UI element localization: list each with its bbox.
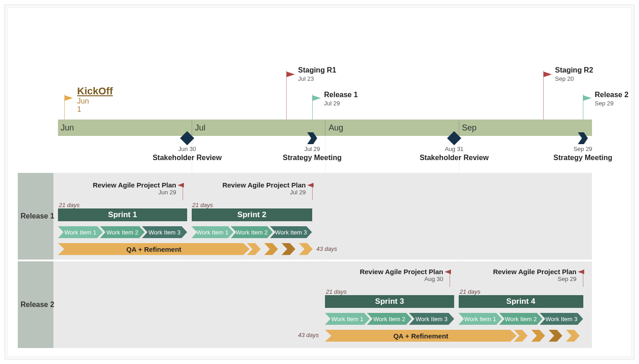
chart-canvas: Jun Jul Aug Sep KickOff Jun 1 Staging R1…: [7, 7, 632, 357]
work-item[interactable]: Work Item 1: [325, 313, 370, 325]
sprint-3-bar[interactable]: Sprint 3: [325, 295, 454, 308]
review-title: Review Agile Project Plan: [360, 268, 443, 276]
milestone-strategy-jul[interactable]: [307, 132, 317, 144]
sprint-1-days: 21 days: [59, 202, 80, 208]
sprint-1-bar[interactable]: Sprint 1: [58, 208, 187, 221]
flag-date: Sep 29: [595, 100, 613, 107]
milestone-label: Stakeholder Review: [409, 154, 500, 162]
sprint-3-days: 21 days: [326, 288, 347, 295]
work-item[interactable]: Work Item 2: [499, 313, 543, 325]
flag-icon: [313, 95, 321, 101]
flag-title: Release 1: [324, 91, 358, 99]
sprint-4-bar[interactable]: Sprint 4: [459, 295, 583, 308]
milestone-label: Strategy Meeting: [267, 154, 358, 162]
flag-title: Staging R2: [555, 66, 593, 74]
sprint-2-bar[interactable]: Sprint 2: [192, 208, 313, 221]
work-item[interactable]: Work Item 3: [270, 226, 312, 238]
flag-date: Jul 23: [298, 75, 314, 82]
qa-1-days: 43 days: [316, 245, 337, 252]
work-item[interactable]: Work Item 3: [142, 226, 187, 238]
milestone-label: Strategy Meeting: [537, 154, 629, 162]
flag-title: Staging R1: [298, 66, 336, 74]
flag-icon: [287, 72, 295, 77]
work-item[interactable]: Work Item 3: [540, 313, 583, 325]
milestone-date: Jul 29: [276, 146, 349, 152]
work-item[interactable]: Work Item 2: [231, 226, 273, 238]
flag-title: Release 2: [595, 91, 629, 99]
sprint-4-items: Work Item 1 Work Item 2 Work Item 3: [459, 313, 583, 325]
review-title: Review Agile Project Plan: [222, 181, 306, 189]
review-date: Jul 29: [222, 189, 306, 196]
month-sep: Sep: [462, 123, 477, 133]
work-item[interactable]: Work Item 2: [100, 226, 145, 238]
flag-date: Sep 20: [555, 75, 574, 82]
sprint-1-items: Work Item 1 Work Item 2 Work Item 3: [58, 226, 187, 238]
sprint-2-items: Work Item 1 Work Item 2 Work Item 3: [192, 226, 313, 238]
flag-title: KickOff: [77, 85, 113, 97]
lane-title-2: Release 2: [21, 301, 54, 309]
work-item[interactable]: Work Item 1: [459, 313, 502, 325]
milestone-stakeholder-aug[interactable]: [449, 133, 459, 143]
milestone-date: Jun 30: [151, 146, 224, 152]
flag-icon: [544, 72, 552, 77]
work-item[interactable]: Work Item 2: [367, 313, 412, 325]
review-date: Aug 30: [360, 276, 443, 282]
diamond-icon: [447, 131, 461, 145]
flag-icon: [583, 95, 592, 101]
sprint-2-days: 21 days: [192, 202, 213, 208]
review-date: Sep 29: [493, 276, 576, 282]
chevron-icon: [578, 132, 588, 144]
chart-frame: Jun Jul Aug Sep KickOff Jun 1 Staging R1…: [5, 5, 634, 359]
milestone-strategy-sep[interactable]: [578, 132, 588, 144]
qa-bar-2[interactable]: QA + Refinement: [325, 330, 517, 342]
flag-date: Jun 1: [77, 97, 89, 114]
sprint-3-items: Work Item 1 Work Item 2 Work Item 3: [325, 313, 454, 325]
diamond-icon: [180, 131, 194, 145]
milestone-date: Aug 31: [418, 146, 491, 152]
month-aug: Aug: [329, 123, 343, 133]
work-item[interactable]: Work Item 1: [58, 226, 103, 238]
sprint-4-days: 21 days: [460, 288, 481, 295]
review-title: Review Agile Project Plan: [493, 268, 576, 276]
review-date: Jun 29: [93, 189, 176, 196]
milestone-stakeholder-jun[interactable]: [182, 133, 192, 143]
milestone-date: Sep 29: [546, 146, 619, 152]
timeline-band: Jun Jul Aug Sep: [58, 120, 592, 136]
qa-2-days: 43 days: [298, 332, 319, 338]
work-item[interactable]: Work Item 3: [409, 313, 454, 325]
lane-title-1: Release 1: [21, 212, 54, 220]
month-jun: Jun: [61, 123, 74, 133]
flag-date: Jul 29: [324, 100, 340, 107]
work-item[interactable]: Work Item 1: [192, 226, 234, 238]
review-title: Review Agile Project Plan: [93, 181, 176, 189]
milestone-label: Stakeholder Review: [141, 154, 233, 162]
chevron-icon: [307, 132, 317, 144]
month-jul: Jul: [195, 123, 205, 133]
flag-icon: [65, 95, 73, 101]
qa-bar-1[interactable]: QA + Refinement: [58, 243, 250, 255]
